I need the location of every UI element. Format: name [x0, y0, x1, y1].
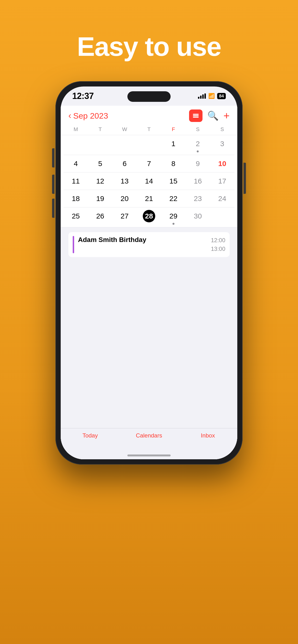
day-header-sun: S [210, 125, 234, 134]
day-headers: M T W T F S S [61, 124, 237, 135]
back-arrow-icon[interactable]: ‹ [68, 111, 71, 121]
svg-rect-0 [193, 114, 199, 115]
status-time: 12:37 [72, 91, 94, 101]
cal-day-18[interactable]: 18 [64, 190, 88, 207]
home-indicator [127, 454, 171, 456]
add-event-icon[interactable]: + [223, 110, 230, 121]
day-header-mon: M [64, 125, 88, 134]
calendar-grid: 0 0 0 0 1 2 3 4 5 6 7 8 9 10 11 12 [61, 135, 237, 227]
cal-day-8[interactable]: 8 [161, 155, 186, 172]
event-title: Adam Smith Birthday [78, 236, 207, 244]
signal-icon [198, 94, 206, 99]
svg-rect-1 [193, 115, 199, 116]
cal-day-empty: 0 [112, 135, 137, 155]
day-header-thu: T [137, 125, 161, 134]
status-icons: 📶 84 [198, 93, 226, 99]
cal-day-19[interactable]: 19 [88, 190, 112, 207]
cal-day-17[interactable]: 17 [210, 172, 234, 190]
svg-rect-2 [193, 117, 199, 118]
cal-day-empty-end: 0 [210, 208, 234, 227]
month-nav[interactable]: ‹ Sep 2023 [68, 111, 108, 121]
cal-day-empty: 0 [64, 135, 88, 155]
event-time: 12:00 13:00 [211, 236, 225, 253]
cal-day-30[interactable]: 30 [186, 208, 210, 227]
cal-day-24[interactable]: 24 [210, 190, 234, 207]
event-time-end: 13:00 [211, 244, 225, 253]
cal-day-empty: 0 [88, 135, 112, 155]
cal-day-4[interactable]: 4 [64, 155, 88, 172]
cal-day-26[interactable]: 26 [88, 208, 112, 227]
month-label[interactable]: Sep 2023 [73, 111, 108, 120]
tab-calendars-label: Calendars [136, 432, 162, 439]
cal-day-10[interactable]: 10 [210, 155, 234, 172]
event-color-indicator [73, 236, 74, 253]
cal-day-9[interactable]: 9 [186, 155, 210, 172]
cal-day-21[interactable]: 21 [137, 190, 161, 207]
cal-day-3[interactable]: 3 [210, 135, 234, 155]
phone-screen: 12:37 📶 84 ‹ Sep 2023 [61, 86, 237, 459]
cal-day-1[interactable]: 1 [161, 135, 186, 155]
tab-inbox[interactable]: Inbox [179, 432, 237, 439]
tab-inbox-label: Inbox [201, 432, 215, 439]
search-icon[interactable]: 🔍 [207, 110, 219, 121]
cal-day-6[interactable]: 6 [112, 155, 137, 172]
cal-day-15[interactable]: 15 [161, 172, 186, 190]
calendar-actions: 🔍 + [189, 110, 230, 122]
cal-day-2[interactable]: 2 [186, 135, 210, 155]
cal-day-14[interactable]: 14 [137, 172, 161, 190]
calendar-header: ‹ Sep 2023 🔍 + [61, 106, 237, 124]
cal-day-22[interactable]: 22 [161, 190, 186, 207]
phone-frame: 12:37 📶 84 ‹ Sep 2023 [55, 81, 243, 464]
tab-calendars[interactable]: Calendars [119, 432, 178, 439]
cal-day-11[interactable]: 11 [64, 172, 88, 190]
tab-today-label: Today [83, 432, 98, 439]
cal-day-empty: 0 [137, 135, 161, 155]
day-header-wed: W [112, 125, 137, 134]
hero-title: Easy to use [77, 31, 221, 62]
cal-day-28[interactable]: 28 [137, 208, 161, 227]
cal-day-20[interactable]: 20 [112, 190, 137, 207]
cal-day-29[interactable]: 29 [161, 208, 186, 227]
cal-day-23[interactable]: 23 [186, 190, 210, 207]
event-list: Adam Smith Birthday 12:00 13:00 [61, 227, 237, 459]
list-view-icon [192, 112, 200, 120]
day-header-fri: F [161, 125, 186, 134]
tab-today[interactable]: Today [61, 432, 119, 439]
cal-day-7[interactable]: 7 [137, 155, 161, 172]
list-view-button[interactable] [189, 110, 203, 122]
event-details: Adam Smith Birthday [78, 236, 207, 253]
cal-day-16[interactable]: 16 [186, 172, 210, 190]
wifi-icon: 📶 [208, 93, 215, 99]
cal-day-13[interactable]: 13 [112, 172, 137, 190]
battery-icon: 84 [217, 93, 226, 99]
cal-day-12[interactable]: 12 [88, 172, 112, 190]
cal-day-27[interactable]: 27 [112, 208, 137, 227]
cal-day-25[interactable]: 25 [64, 208, 88, 227]
event-item[interactable]: Adam Smith Birthday 12:00 13:00 [68, 232, 230, 257]
app-content: ‹ Sep 2023 🔍 + M [61, 106, 237, 459]
dynamic-island [127, 91, 171, 102]
cal-day-5[interactable]: 5 [88, 155, 112, 172]
day-header-tue: T [88, 125, 112, 134]
day-header-sat: S [186, 125, 210, 134]
event-time-start: 12:00 [211, 236, 225, 244]
